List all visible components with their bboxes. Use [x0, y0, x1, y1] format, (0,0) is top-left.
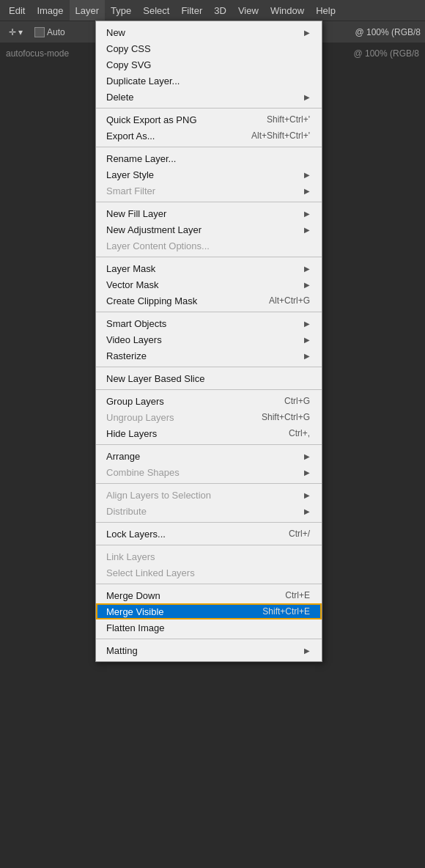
move-chevron: ▾	[18, 27, 23, 37]
submenu-arrow-icon: ▶	[304, 320, 310, 328]
layer-dropdown-menu: New▶Copy CSSCopy SVGDuplicate Layer...De…	[95, 21, 322, 662]
submenu-arrow-icon: ▶	[304, 336, 310, 344]
item-label: Layer Content Options...	[106, 240, 310, 251]
zoom-label: @ 100% (RGB/8	[355, 27, 421, 37]
item-label: Combine Shapes	[106, 467, 297, 478]
item-label: Merge Visible	[106, 606, 248, 617]
item-label: Rename Layer...	[106, 153, 310, 164]
item-label: Link Layers	[106, 551, 310, 562]
item-label: Quick Export as PNG	[106, 114, 252, 125]
menu-item-merge-down[interactable]: Merge DownCtrl+E	[96, 587, 322, 603]
item-label: Ungroup Layers	[106, 412, 247, 423]
menu-item-new-adjustment-layer[interactable]: New Adjustment Layer▶	[96, 221, 322, 238]
item-label: New Adjustment Layer	[106, 224, 297, 235]
menu-image[interactable]: Image	[31, 0, 69, 21]
menu-item-copy-css[interactable]: Copy CSS	[96, 40, 322, 56]
item-shortcut: Ctrl+,	[289, 428, 310, 438]
submenu-arrow-icon: ▶	[304, 187, 310, 195]
menu-separator	[96, 483, 322, 484]
submenu-arrow-icon: ▶	[304, 352, 310, 360]
item-label: Arrange	[106, 451, 297, 462]
menu-separator	[96, 108, 322, 108]
submenu-arrow-icon: ▶	[304, 468, 310, 477]
menu-item-layer-style[interactable]: Layer Style▶	[96, 166, 322, 183]
item-label: New Fill Layer	[106, 208, 297, 219]
menu-layer[interactable]: Layer	[70, 0, 106, 21]
menu-item-select-linked-layers: Select Linked Layers	[96, 564, 322, 581]
menu-item-smart-objects[interactable]: Smart Objects▶	[96, 315, 322, 331]
item-label: Smart Filter	[106, 185, 297, 196]
menu-item-quick-export-as-png[interactable]: Quick Export as PNGShift+Ctrl+'	[96, 111, 322, 128]
item-shortcut: Alt+Shift+Ctrl+'	[251, 130, 310, 141]
menu-bar: Edit Image Layer Type Select Filter 3D V…	[0, 0, 425, 21]
menu-view[interactable]: View	[232, 0, 265, 21]
submenu-arrow-icon: ▶	[304, 226, 310, 234]
item-label: Copy CSS	[106, 43, 310, 54]
item-label: Rasterize	[106, 350, 297, 361]
menu-item-delete[interactable]: Delete▶	[96, 89, 322, 105]
menu-filter[interactable]: Filter	[175, 0, 208, 21]
item-label: Merge Down	[106, 590, 270, 601]
menu-item-copy-svg[interactable]: Copy SVG	[96, 56, 322, 73]
menu-item-new[interactable]: New▶	[96, 24, 322, 40]
move-icon: ✛	[9, 27, 16, 37]
menu-separator	[96, 522, 322, 523]
menu-help[interactable]: Help	[310, 0, 341, 21]
item-label: Lock Layers...	[106, 529, 274, 540]
submenu-arrow-icon: ▶	[304, 281, 310, 289]
menu-item-export-as---[interactable]: Export As...Alt+Shift+Ctrl+'	[96, 128, 322, 144]
item-shortcut: Ctrl+/	[289, 529, 310, 539]
item-label: Delete	[106, 92, 297, 103]
item-label: Select Linked Layers	[106, 567, 310, 578]
item-label: Layer Style	[106, 169, 297, 180]
menu-item-group-layers[interactable]: Group LayersCtrl+G	[96, 393, 322, 409]
submenu-arrow-icon: ▶	[304, 210, 310, 218]
menu-item-vector-mask[interactable]: Vector Mask▶	[96, 276, 322, 293]
menu-item-smart-filter: Smart Filter▶	[96, 183, 322, 199]
menu-item-rename-layer---[interactable]: Rename Layer...	[96, 150, 322, 166]
item-label: Flatten Image	[106, 622, 310, 633]
item-label: Duplicate Layer...	[106, 76, 310, 87]
menu-separator	[96, 584, 322, 584]
menu-item-video-layers[interactable]: Video Layers▶	[96, 331, 322, 347]
menu-item-new-layer-based-slice[interactable]: New Layer Based Slice	[96, 370, 322, 386]
menu-item-lock-layers---[interactable]: Lock Layers...Ctrl+/	[96, 526, 322, 542]
menu-item-flatten-image[interactable]: Flatten Image	[96, 619, 322, 636]
submenu-arrow-icon: ▶	[304, 452, 310, 460]
item-shortcut: Shift+Ctrl+E	[262, 606, 310, 617]
item-shortcut: Alt+Ctrl+G	[269, 295, 310, 306]
menu-item-arrange[interactable]: Arrange▶	[96, 448, 322, 464]
item-label: Copy SVG	[106, 59, 310, 70]
auto-checkbox[interactable]: Auto	[30, 26, 70, 39]
menu-item-matting[interactable]: Matting▶	[96, 642, 322, 658]
menu-3d[interactable]: 3D	[208, 0, 232, 21]
submenu-arrow-icon: ▶	[304, 507, 310, 515]
item-label: New	[106, 27, 297, 38]
menu-item-layer-mask[interactable]: Layer Mask▶	[96, 260, 322, 276]
item-label: New Layer Based Slice	[106, 373, 310, 384]
menu-type[interactable]: Type	[105, 0, 137, 21]
item-shortcut: Shift+Ctrl+G	[262, 412, 310, 422]
file-label: autofocus-mode	[6, 48, 69, 59]
menu-separator	[96, 147, 322, 147]
move-tool[interactable]: ✛ ▾	[4, 26, 27, 39]
menu-item-rasterize[interactable]: Rasterize▶	[96, 347, 322, 364]
item-label: Vector Mask	[106, 279, 297, 290]
menu-separator	[96, 545, 322, 545]
menu-select[interactable]: Select	[137, 0, 175, 21]
menu-item-hide-layers[interactable]: Hide LayersCtrl+,	[96, 425, 322, 441]
item-label: Create Clipping Mask	[106, 295, 254, 306]
menu-item-link-layers: Link Layers	[96, 548, 322, 564]
menu-edit[interactable]: Edit	[3, 0, 31, 21]
menu-separator	[96, 202, 322, 202]
menu-separator	[96, 367, 322, 367]
menu-window[interactable]: Window	[265, 0, 310, 21]
checkbox-icon	[34, 27, 45, 37]
menu-item-duplicate-layer---[interactable]: Duplicate Layer...	[96, 73, 322, 89]
menu-item-merge-visible[interactable]: Merge VisibleShift+Ctrl+E	[96, 603, 322, 619]
menu-item-ungroup-layers: Ungroup LayersShift+Ctrl+G	[96, 409, 322, 425]
item-label: Align Layers to Selection	[106, 490, 297, 501]
menu-item-create-clipping-mask[interactable]: Create Clipping MaskAlt+Ctrl+G	[96, 293, 322, 309]
item-label: Matting	[106, 645, 297, 656]
menu-item-new-fill-layer[interactable]: New Fill Layer▶	[96, 205, 322, 221]
